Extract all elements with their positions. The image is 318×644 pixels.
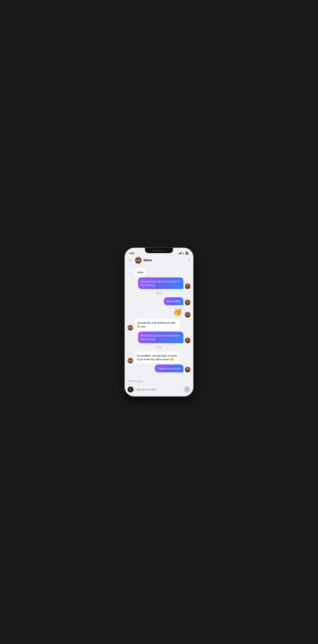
dot-3 [189,261,190,262]
send-icon [185,388,189,391]
svg-point-24 [130,327,130,327]
svg-point-30 [187,339,187,340]
message-row: Yes great you will let you know in the m… [128,278,190,289]
battery-icon: ▓ [185,252,188,254]
svg-point-36 [131,360,131,360]
emoji-text: 🥳 [173,308,182,316]
signal-bar-2 [179,253,180,254]
svg-point-20 [188,314,188,314]
svg-point-9 [187,285,187,286]
svg-point-31 [188,339,188,340]
message-row: No problem, just get back in touch if yo… [128,352,190,364]
typing-indicator: Steve is typing... [125,378,193,384]
app-container: 9:41 ▲ ▓ ← [125,248,193,396]
svg-point-19 [187,314,187,314]
time-divider-2: 19:34 [128,346,190,349]
bubble-outgoing-4: Thank you so much! [155,364,183,372]
add-button[interactable]: + [128,386,134,392]
bubble-incoming-cropped: down. [135,268,147,276]
dot-2 [189,260,190,261]
contact-name: Steve [143,258,187,262]
message-row: Sounds like it all worked out well for y… [128,318,190,330]
signal-bar-1 [178,254,179,254]
user-avatar [185,367,190,372]
chat-header: ← Steve [125,256,193,266]
camera [164,250,166,251]
contact-avatar [135,257,142,264]
svg-point-10 [188,285,188,286]
status-time: 9:41 [130,252,134,254]
bubble-incoming-2: No problem, just get back in touch if yo… [135,352,180,364]
signal-bar-3 [180,252,181,254]
message-row: Yes thank you felt so much better this m… [128,332,190,343]
user-avatar [185,284,190,289]
status-icons: ▲ ▓ [178,252,188,254]
message-text: Thank you so much! [157,367,181,370]
svg-point-28 [186,338,189,341]
user-avatar [185,338,190,343]
messages-area: down. Yes great you will let you know in… [125,266,193,378]
send-button[interactable] [184,386,190,393]
dot-1 [189,259,190,260]
svg-rect-37 [129,359,132,360]
bubble-outgoing-1: Yes great you will let you know in the m… [138,278,183,289]
svg-point-7 [186,284,189,287]
input-area: + [125,384,193,396]
time-divider-1: 09:32 [128,292,190,294]
message-text: down. [137,271,144,274]
more-menu-button[interactable] [188,258,190,263]
message-text: No problem, just get back in touch if yo… [137,354,177,361]
bubble-emoji: 🥳 [172,306,183,318]
message-row: Much better! [128,297,190,305]
user-avatar [185,312,190,318]
message-row-emoji: 🥳 [128,306,190,318]
svg-rect-26 [129,326,132,327]
svg-point-4 [139,259,139,260]
back-button[interactable]: ← [128,258,133,263]
signal-bars [178,252,181,254]
svg-point-25 [131,327,131,327]
steve-avatar [128,358,133,364]
message-text: Sounds like it all worked out well for y… [137,321,175,328]
contact-avatar-img [135,257,142,264]
svg-point-12 [186,300,189,303]
phone-notch [145,248,173,253]
svg-point-17 [186,313,189,316]
svg-point-3 [137,259,138,260]
svg-rect-5 [136,258,140,259]
svg-point-41 [187,368,187,369]
phone-frame: 9:41 ▲ ▓ ← [125,248,193,396]
svg-point-39 [186,368,189,370]
message-text: Much better! [166,300,181,303]
bubble-outgoing-2: Much better! [164,297,183,305]
wifi-icon: ▲ [182,252,184,254]
steve-avatar [128,325,133,330]
message-row: Thank you so much! [128,364,190,372]
speaker [152,250,163,251]
user-avatar [185,300,190,305]
message-text: Yes great you will let you know in the m… [141,280,179,286]
message-input[interactable] [135,388,182,391]
message-text: Yes thank you felt so much better this m… [141,334,179,341]
signal-bar-4 [181,252,181,254]
svg-point-14 [187,301,187,302]
bubble-outgoing-3: Yes thank you felt so much better this m… [138,332,183,343]
bubble-incoming-1: Sounds like it all worked out well for y… [135,318,180,330]
svg-point-35 [130,360,130,360]
svg-point-42 [188,368,188,369]
message-row: down. [128,268,190,276]
svg-point-15 [188,301,188,302]
